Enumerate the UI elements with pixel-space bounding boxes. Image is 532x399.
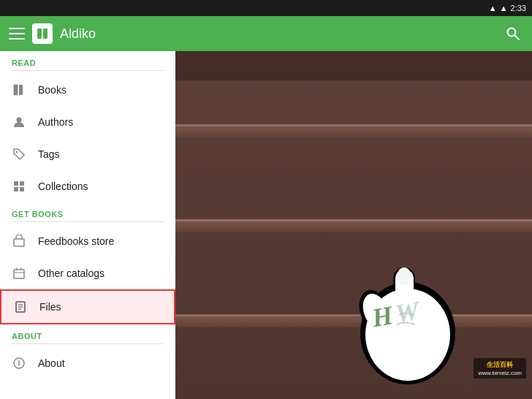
tags-icon (12, 147, 26, 162)
app-container: Aldiko READ Books (0, 16, 532, 399)
svg-point-8 (16, 151, 18, 153)
sidebar-item-other-catalogs[interactable]: Other catalogs (0, 257, 175, 289)
shelf-1 (175, 124, 532, 137)
action-bar: Aldiko (0, 16, 532, 51)
authors-label: Authors (38, 116, 73, 128)
sidebar-item-authors[interactable]: Authors (0, 106, 175, 138)
time-display: 2:33 (511, 4, 526, 12)
bookshelf-background: H W 生活百科 www.bimeiz.com (175, 51, 532, 399)
about-icon (12, 356, 26, 370)
section-read-divider (12, 70, 164, 71)
section-read-label: READ (0, 51, 175, 70)
section-about-divider (12, 343, 164, 344)
sidebar-item-collections[interactable]: Collections (0, 170, 175, 202)
svg-rect-13 (14, 239, 24, 246)
books-icon (12, 83, 26, 97)
section-about-label: ABOUT (0, 324, 175, 343)
status-bar: ▲ ▲ 2:33 (0, 0, 532, 16)
svg-line-3 (515, 36, 520, 40)
catalogs-icon (12, 266, 26, 281)
author-icon (12, 115, 26, 129)
svg-rect-14 (14, 270, 24, 278)
svg-rect-0 (37, 28, 42, 39)
files-icon (13, 300, 28, 314)
svg-rect-12 (20, 187, 24, 191)
sidebar-item-about[interactable]: About (0, 347, 175, 379)
section-getbooks-label: GET BOOKS (0, 202, 175, 221)
main-content: H W 生活百科 www.bimeiz.com (175, 51, 532, 399)
collections-icon (12, 179, 26, 194)
about-label: About (38, 357, 65, 369)
svg-point-7 (17, 118, 22, 123)
svg-rect-5 (19, 85, 23, 95)
sidebar-item-tags[interactable]: Tags (0, 138, 175, 170)
status-icons: ▲ ▲ 2:33 (489, 4, 526, 12)
watermark-badge: 生活百科 www.bimeiz.com (474, 358, 526, 379)
svg-rect-10 (20, 181, 24, 186)
svg-rect-1 (43, 28, 48, 39)
svg-rect-11 (14, 187, 18, 191)
search-button[interactable] (503, 23, 523, 44)
collections-label: Collections (38, 180, 88, 192)
wifi-icon: ▲ (500, 4, 508, 12)
sidebar-item-files[interactable]: Files (0, 289, 175, 324)
feedbooks-label: Feedbooks store (38, 235, 114, 247)
content-area: READ Books (0, 51, 532, 399)
files-label: Files (39, 301, 61, 313)
app-title: Aldiko (60, 26, 96, 42)
sidebar: READ Books (0, 51, 175, 399)
app-logo (32, 23, 53, 44)
action-bar-left: Aldiko (9, 23, 503, 44)
tags-label: Tags (38, 148, 60, 160)
hamburger-menu-button[interactable] (9, 28, 25, 39)
top-overlay (175, 51, 532, 80)
sidebar-item-books[interactable]: Books (0, 74, 175, 106)
watermark-url: www.bimeiz.com (478, 370, 522, 376)
books-label: Books (38, 84, 66, 96)
store-icon (12, 234, 26, 248)
signal-icon: ▲ (489, 4, 497, 12)
catalogs-label: Other catalogs (38, 267, 104, 279)
section-getbooks-divider (12, 221, 164, 222)
svg-rect-9 (14, 181, 18, 186)
svg-rect-4 (14, 85, 18, 95)
svg-point-23 (397, 267, 411, 285)
sidebar-item-feedbooks[interactable]: Feedbooks store (0, 225, 175, 257)
